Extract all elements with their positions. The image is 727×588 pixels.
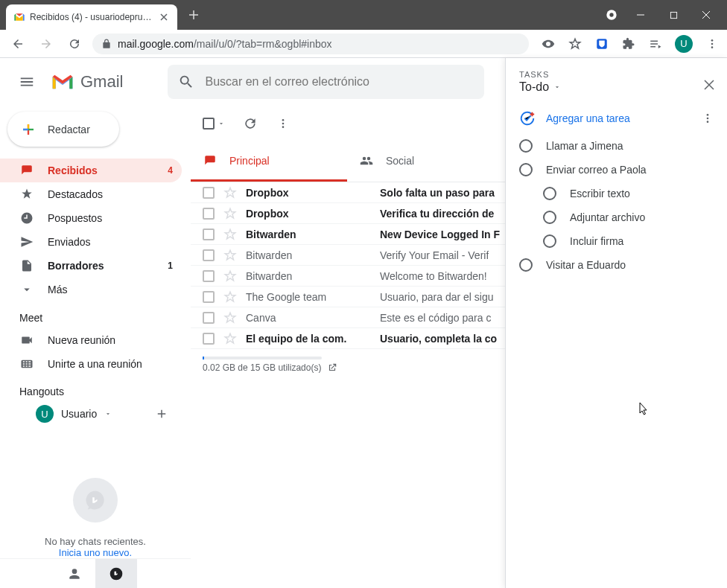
task-item[interactable]: Incluir firma: [519, 229, 723, 253]
svg-point-11: [707, 114, 709, 116]
more-actions-button[interactable]: [276, 116, 291, 131]
account-indicator-icon[interactable]: [605, 8, 618, 22]
task-item[interactable]: Visitar a Eduardo: [519, 253, 723, 277]
tasks-more-button[interactable]: [702, 112, 714, 124]
hangouts-add-button[interactable]: [155, 407, 168, 421]
gmail-logo[interactable]: Gmail: [51, 72, 123, 92]
mail-subject: Verifica tu dirección de: [380, 208, 494, 220]
tasks-panel: TASKS To-do Agregar una tarea L: [505, 58, 727, 588]
window-titlebar: Recibidos (4) - usuariodepruebas: [0, 0, 727, 30]
row-checkbox[interactable]: [203, 208, 215, 220]
window-close-button[interactable]: [696, 4, 717, 25]
extensions-puzzle-icon[interactable]: [621, 36, 636, 51]
eye-icon[interactable]: [541, 36, 556, 51]
row-checkbox[interactable]: [203, 312, 215, 324]
mail-sender: Dropbox: [246, 208, 371, 220]
task-complete-radio[interactable]: [519, 139, 533, 153]
start-chat-link[interactable]: Inicia uno nuevo.: [0, 547, 191, 558]
tasks-label: TASKS: [519, 70, 714, 79]
inbox-icon: [19, 164, 34, 177]
svg-point-8: [282, 119, 285, 121]
mail-subject: Este es el código para c: [380, 312, 491, 324]
star-icon[interactable]: [223, 186, 237, 199]
storage-progress: [203, 357, 322, 359]
sidebar-item-more[interactable]: Más: [0, 278, 182, 301]
row-checkbox[interactable]: [203, 229, 215, 240]
sidebar-item-inbox[interactable]: Recibidos 4: [0, 159, 182, 182]
task-item[interactable]: Llamar a Jimena: [519, 134, 723, 158]
row-checkbox[interactable]: [203, 270, 215, 282]
row-checkbox[interactable]: [203, 333, 215, 345]
plus-icon: [18, 119, 39, 140]
star-icon: [19, 188, 34, 201]
tab-social[interactable]: Social: [347, 141, 504, 182]
bottom-contacts-icon[interactable]: [54, 559, 95, 588]
task-complete-radio[interactable]: [543, 187, 556, 200]
compose-button[interactable]: Redactar: [7, 112, 119, 147]
gmail-favicon: [13, 11, 25, 23]
tab-title: Recibidos (4) - usuariodepruebas: [30, 12, 153, 22]
reload-button[interactable]: [64, 33, 85, 54]
add-task-icon: [519, 110, 536, 127]
external-link-icon[interactable]: [327, 362, 337, 373]
back-button[interactable]: [7, 33, 28, 54]
sidebar-item-sent[interactable]: Enviados: [0, 230, 182, 254]
browser-menu-icon[interactable]: [705, 36, 720, 51]
address-bar[interactable]: mail.google.com/mail/u/0/?tab=rm&ogbl#in…: [92, 33, 529, 54]
task-complete-radio[interactable]: [543, 234, 556, 248]
main-menu-button[interactable]: [12, 67, 42, 97]
star-icon[interactable]: [223, 290, 237, 304]
task-text: Llamar a Jimena: [546, 140, 623, 152]
row-checkbox[interactable]: [203, 249, 215, 261]
forward-button[interactable]: [36, 33, 57, 54]
lock-icon: [101, 39, 112, 49]
tab-primary[interactable]: Principal: [191, 141, 347, 182]
browser-tab[interactable]: Recibidos (4) - usuariodepruebas: [6, 4, 177, 30]
task-complete-radio[interactable]: [543, 211, 556, 224]
window-maximize-button[interactable]: [663, 4, 684, 25]
caret-down-icon: [553, 83, 561, 91]
tasks-close-button[interactable]: [700, 76, 718, 94]
task-item[interactable]: Enviar correo a Paola: [519, 158, 723, 182]
sidebar-item-snoozed[interactable]: Pospuestos: [0, 206, 182, 230]
star-icon[interactable]: [223, 332, 237, 345]
search-input[interactable]: [205, 75, 474, 89]
svg-rect-2: [670, 12, 676, 18]
star-bookmark-icon[interactable]: [568, 36, 582, 51]
profile-avatar[interactable]: U: [675, 35, 693, 53]
refresh-button[interactable]: [243, 116, 258, 131]
select-all-checkbox[interactable]: [203, 118, 225, 130]
media-control-icon[interactable]: [648, 36, 663, 51]
task-complete-radio[interactable]: [519, 258, 533, 272]
caret-down-icon: [218, 120, 225, 127]
meet-join-meeting[interactable]: Unirte a una reunión: [0, 352, 191, 376]
star-icon[interactable]: [223, 249, 237, 262]
task-complete-radio[interactable]: [519, 163, 533, 176]
gmail-logo-icon: [51, 73, 74, 91]
svg-point-10: [282, 126, 285, 128]
extension-bitwarden-icon[interactable]: [594, 36, 609, 51]
meet-new-meeting[interactable]: Nueva reunión: [0, 328, 191, 352]
window-minimize-button[interactable]: [630, 4, 651, 25]
tasks-list-selector[interactable]: To-do: [519, 80, 714, 94]
chats-empty-state: No hay chats recientes. Inicia uno nuevo…: [0, 478, 191, 558]
star-icon[interactable]: [223, 207, 237, 220]
tab-close-icon[interactable]: [158, 11, 170, 23]
star-icon[interactable]: [223, 228, 237, 241]
row-checkbox[interactable]: [203, 291, 215, 303]
search-box[interactable]: [168, 65, 484, 99]
chat-bubble-icon: [73, 478, 118, 523]
bottom-hangouts-icon[interactable]: [95, 559, 137, 588]
task-item[interactable]: Adjuntar archivo: [519, 205, 723, 229]
send-icon: [19, 235, 34, 249]
add-task-button[interactable]: Agregar una tarea: [519, 110, 630, 127]
new-tab-button[interactable]: [183, 4, 204, 25]
sidebar-item-drafts[interactable]: Borradores 1: [0, 254, 182, 278]
task-item[interactable]: Escribir texto: [519, 182, 723, 205]
hangouts-user-row[interactable]: U Usuario: [0, 402, 191, 426]
row-checkbox[interactable]: [203, 187, 215, 199]
star-icon[interactable]: [223, 311, 237, 325]
sidebar-item-starred[interactable]: Destacados: [0, 182, 182, 206]
star-icon[interactable]: [223, 269, 237, 283]
inbox-tab-icon: [203, 154, 218, 167]
